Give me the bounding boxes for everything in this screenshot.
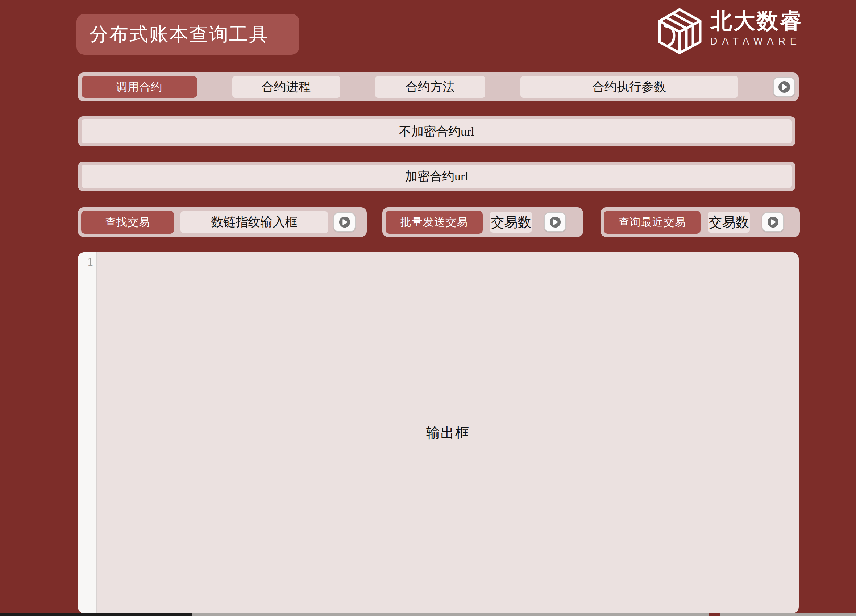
brand-logo: 北大数睿 DATAWARE [655,7,807,56]
play-icon [339,216,351,228]
brand-name: 北大数睿 [710,7,803,34]
batch-send-button[interactable]: 批量发送交易 [386,211,483,234]
chain-fingerprint-input[interactable] [180,211,328,233]
plain-contract-url-input[interactable] [82,119,792,143]
batch-tx-count-input[interactable] [490,212,532,233]
line-number: 1 [87,257,93,268]
find-transaction-button[interactable]: 查找交易 [81,211,174,234]
recent-tx-count-input[interactable] [708,212,750,233]
plain-url-row [78,116,796,146]
taskbar-edge [0,613,856,616]
contract-method-input[interactable] [375,76,485,98]
dataware-cube-icon [655,7,704,55]
find-transaction-group: 查找交易 [78,207,367,237]
output-placeholder-text: 输出框 [97,252,799,613]
run-contract-button[interactable] [773,77,795,97]
play-icon [778,81,790,93]
page-title-text: 分布式账本查询工具 [89,22,269,47]
output-editor[interactable]: 1 输出框 [78,252,799,613]
run-batch-send-button[interactable] [544,213,566,232]
encrypted-url-row [78,162,796,191]
play-icon [550,216,561,228]
query-recent-button[interactable]: 查询最近交易 [604,211,701,234]
play-icon [767,216,779,228]
brand-subtitle: DATAWARE [710,36,803,47]
line-number-gutter: 1 [78,252,97,613]
invoke-contract-button[interactable]: 调用合约 [82,76,197,98]
encrypted-contract-url-input[interactable] [82,165,792,188]
recent-transaction-group: 查询最近交易 [600,207,800,237]
contract-process-input[interactable] [232,76,340,98]
run-find-transaction-button[interactable] [333,213,356,232]
contract-params-input[interactable] [520,76,738,98]
page-title: 分布式账本查询工具 [77,14,299,55]
batch-send-group: 批量发送交易 [382,207,583,237]
run-query-recent-button[interactable] [762,213,784,232]
contract-toolbar: 调用合约 [78,72,799,102]
